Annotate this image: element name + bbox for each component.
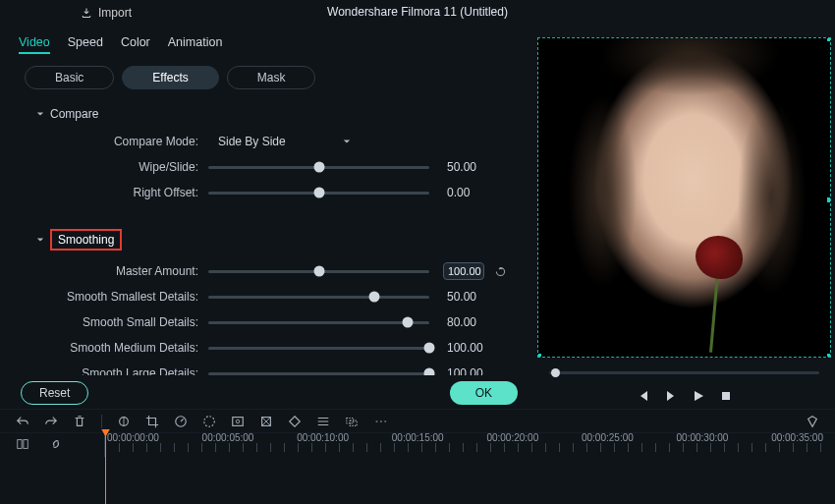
play-controls xyxy=(537,383,831,409)
master-amount-value[interactable]: 100.00 xyxy=(443,262,484,280)
secondary-tabs: Basic Effects Mask xyxy=(5,58,533,95)
smallest-details-label: Smooth Smallest Details: xyxy=(27,290,208,304)
greenscreen-icon[interactable] xyxy=(231,415,245,428)
color-icon[interactable] xyxy=(202,415,216,428)
dropdown-chevron-icon xyxy=(343,138,351,145)
large-details-value: 100.00 xyxy=(447,366,498,375)
section-compare-header[interactable]: Compare xyxy=(36,107,516,121)
tab-animation[interactable]: Animation xyxy=(168,31,223,54)
import-label: Import xyxy=(98,6,132,20)
separator xyxy=(101,415,102,428)
large-details-slider[interactable] xyxy=(208,372,429,375)
play-button[interactable] xyxy=(693,390,704,402)
svg-rect-9 xyxy=(18,440,22,449)
svg-point-5 xyxy=(236,420,240,423)
compare-mode-dropdown[interactable]: Side By Side xyxy=(208,131,361,152)
effects-scroll[interactable]: Compare Compare Mode: Side By Side Wipe/… xyxy=(5,95,533,375)
prev-frame-button[interactable] xyxy=(638,390,649,402)
timeline: 00:00:00:00 00:00:05:00 00:00:10:00 00:0… xyxy=(0,432,835,504)
preview-seek[interactable] xyxy=(537,362,831,383)
timeline-tracks[interactable] xyxy=(10,453,825,500)
medium-details-slider[interactable] xyxy=(208,347,429,350)
adjust-icon[interactable] xyxy=(316,415,330,428)
tick-label: 00:00:10:00 xyxy=(297,432,349,443)
timeline-link-icon[interactable] xyxy=(49,437,63,451)
medium-details-label: Smooth Medium Details: xyxy=(27,341,208,355)
redo-icon[interactable] xyxy=(44,415,58,428)
large-details-label: Smooth Large Details: xyxy=(27,366,208,375)
subtab-effects[interactable]: Effects xyxy=(122,66,218,89)
tick-label: 00:00:15:00 xyxy=(392,432,444,443)
right-offset-label: Right Offset: xyxy=(27,186,208,199)
split-icon[interactable] xyxy=(117,415,131,428)
svg-rect-4 xyxy=(233,417,244,425)
svg-rect-0 xyxy=(722,392,730,400)
app-title: Wondershare Filmora 11 (Untitled) xyxy=(327,5,508,19)
small-details-label: Smooth Small Details: xyxy=(27,315,208,329)
tab-video[interactable]: Video xyxy=(19,31,50,54)
master-amount-label: Master Amount: xyxy=(27,264,208,278)
more-icon[interactable] xyxy=(373,415,387,428)
delete-icon[interactable] xyxy=(73,415,86,428)
master-amount-slider[interactable] xyxy=(208,270,429,273)
tick-label: 00:00:05:00 xyxy=(202,432,254,443)
compare-mode-label: Compare Mode: xyxy=(27,135,208,148)
stop-button[interactable] xyxy=(720,390,732,402)
import-button[interactable]: Import xyxy=(71,4,141,22)
tab-color[interactable]: Color xyxy=(121,31,150,54)
medium-details-value: 100.00 xyxy=(447,341,498,355)
panel-footer: Reset OK xyxy=(5,375,533,409)
title-bar: Import Wondershare Filmora 11 (Untitled) xyxy=(0,0,835,26)
next-frame-button[interactable] xyxy=(665,390,677,402)
wipe-slide-slider[interactable] xyxy=(208,166,429,169)
wipe-slide-value: 50.00 xyxy=(447,160,498,174)
svg-rect-10 xyxy=(24,440,28,449)
reset-icon[interactable] xyxy=(494,265,507,278)
tick-label: 00:00:20:00 xyxy=(486,432,538,443)
crop-icon[interactable] xyxy=(145,415,159,428)
timeline-layout-icon[interactable] xyxy=(16,437,29,451)
section-compare-title: Compare xyxy=(50,107,98,121)
reset-button[interactable]: Reset xyxy=(21,381,88,405)
preview-panel xyxy=(533,26,835,409)
chevron-down-icon xyxy=(36,110,44,118)
tick-label: 00:00:00:00 xyxy=(107,432,159,443)
wipe-slide-label: Wipe/Slide: xyxy=(27,160,208,174)
subtab-basic[interactable]: Basic xyxy=(25,66,114,89)
transform-icon[interactable] xyxy=(259,415,273,428)
subtab-mask[interactable]: Mask xyxy=(227,66,316,89)
right-offset-slider[interactable] xyxy=(208,192,429,195)
small-details-value: 80.00 xyxy=(447,315,498,329)
tab-speed[interactable]: Speed xyxy=(68,31,103,54)
right-offset-value: 0.00 xyxy=(447,186,498,199)
keyframe-icon[interactable] xyxy=(288,415,302,428)
section-smoothing-title: Smoothing xyxy=(50,229,122,251)
smallest-details-slider[interactable] xyxy=(208,296,429,299)
tick-label: 00:00:35:00 xyxy=(771,432,823,443)
undo-icon[interactable] xyxy=(16,415,29,428)
preview-viewport[interactable] xyxy=(537,37,831,358)
timeline-ruler[interactable]: 00:00:00:00 00:00:05:00 00:00:10:00 00:0… xyxy=(104,432,825,457)
speed-icon[interactable] xyxy=(174,415,188,428)
group-icon[interactable] xyxy=(345,415,359,428)
chevron-down-icon xyxy=(36,236,44,244)
section-smoothing-header[interactable]: Smoothing xyxy=(36,229,516,251)
smallest-details-value: 50.00 xyxy=(447,290,498,304)
marker-icon[interactable] xyxy=(806,415,819,428)
primary-tabs: Video Speed Color Animation xyxy=(5,26,533,58)
svg-point-3 xyxy=(204,416,215,426)
playhead[interactable] xyxy=(105,432,106,505)
tick-label: 00:00:25:00 xyxy=(582,432,634,443)
small-details-slider[interactable] xyxy=(208,321,429,324)
ok-button[interactable]: OK xyxy=(450,381,518,405)
tick-label: 00:00:30:00 xyxy=(677,432,729,443)
import-icon xyxy=(81,7,92,19)
property-panel: Video Speed Color Animation Basic Effect… xyxy=(0,26,533,409)
edit-toolbar xyxy=(0,409,835,432)
compare-mode-value: Side By Side xyxy=(218,135,286,148)
svg-rect-8 xyxy=(350,420,357,425)
